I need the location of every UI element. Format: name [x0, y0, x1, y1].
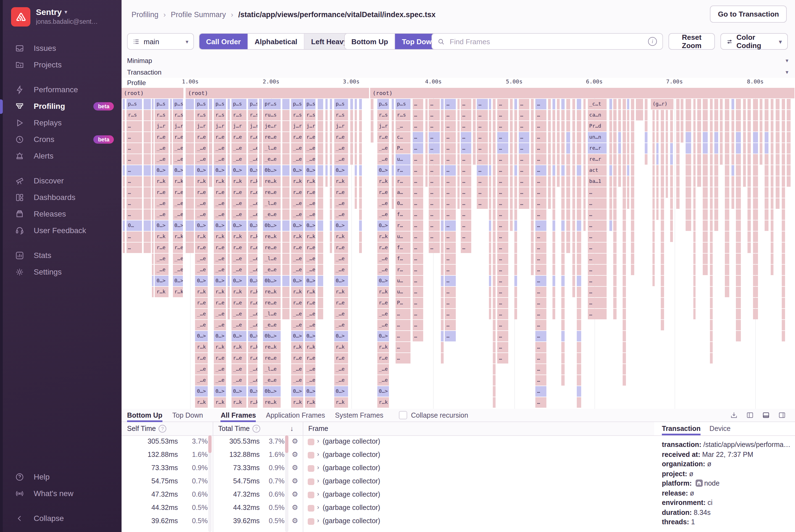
flame-frame[interactable]: 0…> — [305, 331, 316, 341]
flame-frame[interactable] — [775, 176, 779, 187]
flame-frame[interactable] — [736, 243, 741, 253]
flame-frame[interactable] — [618, 99, 621, 109]
flame-frame[interactable]: _…e — [214, 253, 226, 264]
flame-frame[interactable] — [572, 187, 575, 198]
flame-frame[interactable] — [753, 187, 758, 198]
flame-frame[interactable] — [652, 176, 655, 187]
flame-frame[interactable] — [493, 353, 496, 363]
flame-frame[interactable]: _…e — [214, 375, 226, 386]
flame-frame[interactable] — [514, 110, 517, 120]
flame-frame[interactable]: _…e — [155, 198, 169, 209]
flame-frame[interactable] — [693, 143, 696, 154]
flame-frame[interactable] — [753, 176, 758, 187]
flame-frame[interactable] — [661, 165, 664, 176]
flame-frame[interactable] — [572, 209, 575, 220]
flame-frame[interactable] — [493, 165, 496, 176]
flame-frame[interactable] — [703, 265, 708, 275]
flame-frame[interactable]: … — [412, 209, 423, 220]
flame-root-frame[interactable]: (root) — [186, 88, 369, 98]
flame-frame[interactable] — [392, 198, 394, 209]
flame-frame[interactable]: _…e — [305, 265, 316, 275]
flame-frame[interactable] — [359, 143, 362, 154]
flame-frame[interactable]: 0…> — [214, 386, 226, 397]
flame-frame[interactable] — [317, 154, 323, 165]
flame-frame[interactable]: _…e — [248, 154, 258, 165]
flame-frame[interactable]: _…e — [291, 364, 303, 375]
flame-frame[interactable] — [330, 99, 332, 109]
flame-frame[interactable]: 0…> — [195, 221, 207, 231]
flame-frame[interactable]: … — [445, 121, 455, 132]
flame-frame[interactable] — [715, 154, 718, 165]
flame-frame[interactable]: _…e — [305, 253, 316, 264]
flame-frame[interactable] — [781, 309, 785, 319]
flame-frame[interactable] — [355, 132, 357, 142]
flame-frame[interactable]: … — [535, 364, 546, 375]
flame-frame[interactable]: _…e — [173, 209, 183, 220]
flame-frame[interactable] — [152, 176, 154, 187]
flame-frame[interactable] — [666, 176, 668, 187]
flame-frame[interactable] — [631, 110, 634, 120]
flame-frame[interactable] — [548, 176, 551, 187]
flame-frame[interactable] — [566, 143, 570, 154]
flame-frame[interactable]: _…e — [334, 309, 348, 319]
flame-frame[interactable]: r…e — [334, 243, 348, 253]
flame-frame[interactable] — [787, 132, 791, 142]
flame-frame[interactable] — [566, 209, 570, 220]
flame-frame[interactable] — [561, 253, 564, 264]
flame-frame[interactable] — [747, 187, 751, 198]
flame-frame[interactable]: … — [497, 331, 508, 341]
flame-frame[interactable]: p…s — [377, 99, 389, 109]
flame-frame[interactable] — [557, 99, 560, 109]
flame-frame[interactable] — [775, 99, 779, 109]
flame-frame[interactable] — [657, 176, 659, 187]
flame-frame[interactable]: … — [412, 243, 423, 253]
flame-frame[interactable] — [703, 99, 708, 109]
flame-frame[interactable]: … — [412, 221, 423, 231]
flame-frame[interactable] — [572, 231, 575, 242]
flame-frame[interactable]: _…e — [291, 198, 303, 209]
flame-frame[interactable]: … — [535, 386, 546, 397]
flame-frame[interactable]: _…e — [195, 320, 207, 330]
flame-frame[interactable]: … — [429, 243, 439, 253]
flame-frame[interactable]: … — [497, 309, 508, 319]
flame-frame[interactable]: _…e — [231, 143, 246, 154]
table-row[interactable]: 73.33ms0.9%73.33ms0.9%⚙›(garbage collect… — [121, 462, 654, 475]
flame-frame[interactable] — [725, 231, 729, 242]
flame-frame[interactable] — [623, 165, 626, 176]
flame-frame[interactable] — [561, 132, 564, 142]
flame-frame[interactable] — [152, 187, 154, 198]
flame-frame[interactable] — [228, 243, 230, 253]
flame-frame[interactable]: _…e — [173, 154, 183, 165]
flame-frame[interactable] — [636, 110, 643, 120]
flame-frame[interactable]: r…k — [195, 231, 207, 242]
flame-frame[interactable] — [623, 287, 626, 297]
flame-frame[interactable]: p…s — [173, 99, 183, 109]
expand-chevron-icon[interactable]: › — [317, 517, 319, 524]
sidebar-item-whats-new[interactable]: What's new — [0, 485, 121, 501]
flame-frame[interactable] — [697, 99, 701, 109]
mini-scrollbar[interactable] — [208, 435, 212, 532]
flame-frame[interactable] — [493, 99, 496, 109]
flame-frame[interactable]: r…e — [248, 243, 258, 253]
flame-frame[interactable] — [693, 154, 696, 165]
flame-frame[interactable] — [781, 320, 785, 330]
flame-frame[interactable] — [725, 154, 729, 165]
flame-frame[interactable]: r…k — [231, 176, 246, 187]
flame-frame[interactable] — [636, 99, 643, 109]
flame-frame[interactable]: … — [535, 276, 546, 286]
flame-frame[interactable] — [736, 187, 741, 198]
flame-frame[interactable] — [557, 110, 560, 120]
flame-frame[interactable] — [325, 110, 328, 120]
flame-frame[interactable] — [613, 231, 617, 242]
flame-frame[interactable]: r…k — [195, 176, 207, 187]
flame-frame[interactable] — [259, 143, 262, 154]
flame-frame[interactable]: p…s — [214, 99, 226, 109]
flame-frame[interactable] — [186, 243, 194, 253]
flame-frame[interactable] — [572, 132, 575, 142]
flame-frame[interactable]: _l…e — [263, 253, 281, 264]
flame-frame[interactable]: _…e — [173, 253, 183, 264]
flame-frame[interactable] — [627, 165, 629, 176]
flame-frame[interactable]: r…k — [334, 342, 348, 353]
flame-frame[interactable]: … — [535, 221, 546, 231]
flame-frame[interactable] — [493, 110, 496, 120]
